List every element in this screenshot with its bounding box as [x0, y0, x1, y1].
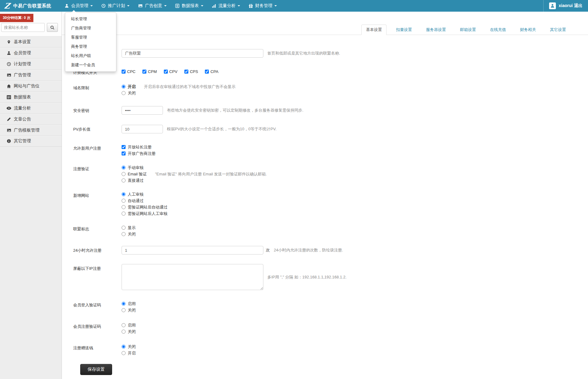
register-gift-off-radio[interactable] [122, 345, 126, 349]
allow-webmaster-register[interactable]: 开放站长注册 [122, 144, 152, 150]
register-captcha-on-radio[interactable] [122, 323, 126, 327]
logo-hide-radio[interactable] [122, 232, 126, 236]
verify-email-option[interactable]: Email 验证 [122, 171, 147, 177]
verify-email-radio[interactable] [122, 172, 126, 176]
new-site-verify-auto-option[interactable]: 需验证网站后自动通过 [122, 205, 168, 210]
cpm-checkbox[interactable] [142, 70, 146, 74]
nav-item-members[interactable]: 会员管理 [60, 0, 97, 12]
field-label-union-logo: 联盟标志 [73, 224, 122, 232]
tab-finance-related[interactable]: 财务相关 [515, 25, 541, 35]
sidebar-item-basic-settings[interactable]: 基本设置 [0, 36, 62, 47]
billing-option-cpm[interactable]: CPM [142, 69, 157, 74]
user-logout-button[interactable]: xiaorui 退出 [543, 0, 588, 12]
nav-item-label: 流量分析 [218, 3, 236, 9]
verify-manual-option[interactable]: 手动审核 [122, 165, 144, 170]
field-label-domain-limit: 域名限制 [73, 83, 122, 91]
tab-server-settings[interactable]: 服务器设置 [421, 25, 450, 35]
logo-show-option[interactable]: 显示 [122, 225, 136, 231]
new-site-manual-radio[interactable] [122, 192, 126, 196]
verify-manual-radio[interactable] [122, 166, 126, 170]
sidebar-item-announcements[interactable]: 文章公告 [0, 113, 62, 124]
tab-other-settings[interactable]: 其它设置 [545, 25, 571, 35]
nav-item-traffic[interactable]: 流量分析 [208, 0, 244, 12]
advertiser-register-checkbox[interactable] [122, 151, 126, 155]
billing-option-cps[interactable]: CPS [184, 69, 198, 74]
billing-option-cpv[interactable]: CPV [164, 69, 178, 74]
menu-item-webmaster-groups[interactable]: 站长用户组 [65, 51, 116, 60]
register-gift-off-option[interactable]: 关闭 [122, 344, 136, 350]
domain-limit-off-radio[interactable] [122, 91, 126, 95]
allow-advertiser-register[interactable]: 开放广告商注册 [122, 151, 156, 156]
save-settings-button[interactable]: 保存设置 [80, 364, 112, 375]
sidebar-item-traffic[interactable]: 流量分析 [0, 102, 62, 113]
cpa-checkbox[interactable] [205, 70, 209, 74]
menu-item-new-member[interactable]: 新建一个会员 [65, 60, 116, 70]
menu-item-advertiser-mgmt[interactable]: 广告商管理 [65, 24, 116, 33]
webmaster-register-checkbox[interactable] [122, 145, 126, 149]
map-pin-icon [6, 40, 11, 44]
logo-show-radio[interactable] [122, 226, 126, 230]
verify-direct-option[interactable]: 直接通过 [122, 178, 144, 183]
logo-hide-option[interactable]: 关闭 [122, 232, 136, 237]
domain-limit-on-radio[interactable] [122, 85, 126, 89]
pv-step-input[interactable] [122, 125, 163, 133]
register-gift-on-radio[interactable] [122, 351, 126, 355]
cps-checkbox[interactable] [184, 70, 188, 74]
nav-item-plans[interactable]: 推广计划 [97, 0, 134, 12]
nav-item-label: 会员管理 [71, 3, 88, 9]
login-captcha-off-option[interactable]: 关闭 [122, 308, 136, 313]
domain-limit-off[interactable]: 关闭 [122, 90, 136, 96]
sidebar-item-label: 计划管理 [14, 61, 31, 67]
cpv-checkbox[interactable] [164, 70, 168, 74]
register-gift-on-option[interactable]: 开启 [122, 350, 136, 356]
sidebar-item-other[interactable]: 其它管理 [0, 136, 62, 147]
nav-item-finance[interactable]: 财务管理 [244, 0, 281, 12]
sidebar-item-label: 基本设置 [14, 39, 31, 45]
menu-item-support-mgmt[interactable]: 客服管理 [65, 33, 116, 42]
sidebar-item-sites-adslots[interactable]: 网站与广告位 [0, 80, 62, 91]
register-limit-input[interactable] [122, 246, 263, 255]
security-key-input[interactable] [122, 106, 163, 115]
brand[interactable]: Z 中易广告联盟系统 [0, 2, 56, 10]
image-icon [6, 73, 11, 77]
new-site-verify-manual-radio[interactable] [122, 212, 126, 216]
sidebar-item-plans[interactable]: 计划管理 [0, 58, 62, 69]
menu-item-webmaster-mgmt[interactable]: 站长管理 [65, 14, 116, 24]
cpc-checkbox[interactable] [122, 70, 126, 74]
billing-option-cpa[interactable]: CPA [205, 69, 218, 74]
search-button[interactable] [47, 23, 58, 32]
menu-item-business-mgmt[interactable]: 商务管理 [65, 42, 116, 51]
sidebar-item-ad-templates[interactable]: 广告模板管理 [0, 124, 62, 136]
tab-basic-settings[interactable]: 基本设置 [361, 25, 386, 35]
login-captcha-off-radio[interactable] [122, 308, 126, 312]
register-captcha-off-option[interactable]: 关闭 [122, 329, 136, 335]
sidebar-item-reports[interactable]: 数据报表 [0, 91, 62, 102]
login-captcha-on-option[interactable]: 启用 [122, 301, 136, 307]
billing-option-cpc[interactable]: CPC [122, 69, 135, 74]
field-label-security-key: 安全密钥 [73, 106, 122, 113]
new-site-auto-radio[interactable] [122, 199, 126, 203]
avatar [549, 2, 556, 9]
tab-online-recharge[interactable]: 在线充值 [485, 25, 511, 35]
search-input[interactable] [1, 23, 45, 32]
new-site-auto-option[interactable]: 自动通过 [122, 198, 144, 204]
new-site-manual-option[interactable]: 人工审核 [122, 192, 144, 197]
tab-deduction-settings[interactable]: 扣量设置 [391, 25, 417, 35]
register-captcha-on-option[interactable]: 启用 [122, 323, 136, 328]
domain-limit-on[interactable]: 开启 [122, 84, 136, 90]
tab-mail-settings[interactable]: 邮箱设置 [455, 25, 481, 35]
nav-item-creatives[interactable]: 广告创意 [134, 0, 171, 12]
block-ip-textarea[interactable] [122, 264, 263, 290]
nav-item-reports[interactable]: 数据报表 [171, 0, 208, 12]
register-captcha-off-radio[interactable] [122, 330, 126, 334]
new-site-verify-manual-option[interactable]: 需验证网站后人工审核 [122, 211, 168, 216]
verify-direct-radio[interactable] [122, 178, 126, 182]
pv-step-hint: 根据PV的大小设定一个合适步长，一般为10，0等于不统计PV. [167, 126, 277, 132]
sidebar-top: 30分钟结算: 0 次 [0, 12, 62, 36]
sidebar-item-ads[interactable]: 广告管理 [0, 69, 62, 80]
login-captcha-on-radio[interactable] [122, 302, 126, 306]
new-site-verify-auto-radio[interactable] [122, 205, 126, 209]
union-name-input[interactable] [122, 49, 263, 58]
top-navbar: Z 中易广告联盟系统 会员管理 推广计划 广告创意 [0, 0, 588, 12]
sidebar-item-members[interactable]: 会员管理 [0, 47, 62, 58]
